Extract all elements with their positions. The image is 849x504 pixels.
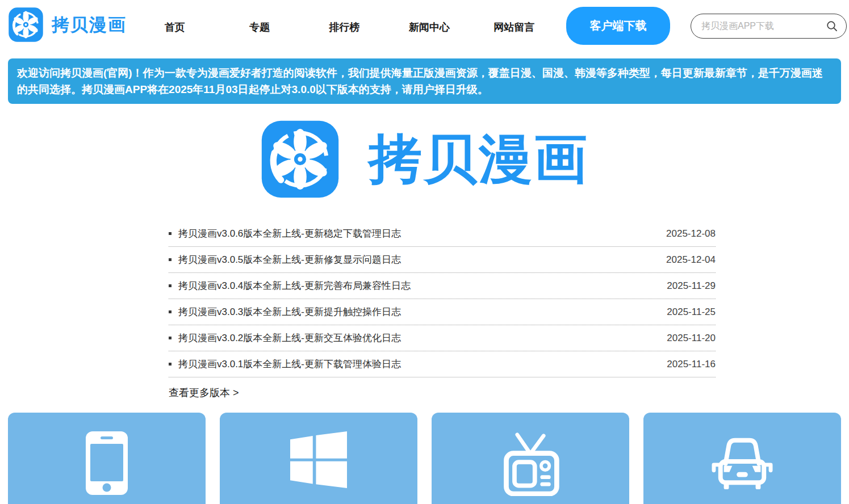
more-versions-link[interactable]: 查看更多版本 > — [169, 386, 239, 400]
update-title: 拷贝漫画v3.0.1版本全新上线-更新下载管理体验日志 — [178, 358, 401, 371]
smartphone-icon — [86, 431, 128, 495]
update-item[interactable]: 拷贝漫画v3.0.2版本全新上线-更新交互体验优化日志 2025-11-20 — [169, 325, 716, 351]
main-nav: 首页 专题 排行榜 新闻中心 网站留言 — [132, 0, 557, 54]
update-item[interactable]: 拷贝漫画v3.0.1版本全新上线-更新下载管理体验日志 2025-11-16 — [169, 351, 716, 377]
bullet-icon — [169, 232, 172, 235]
update-date: 2025-11-25 — [667, 306, 716, 318]
nav-item-news[interactable]: 新闻中心 — [387, 0, 471, 54]
update-date: 2025-11-16 — [667, 359, 716, 370]
header: 拷贝漫画 首页 专题 排行榜 新闻中心 网站留言 客户端下载 — [0, 0, 849, 54]
platform-card-car[interactable] — [643, 413, 841, 504]
atom-logo-icon-large — [260, 119, 340, 199]
atom-logo-icon — [8, 7, 44, 43]
windows-icon — [290, 431, 347, 488]
platform-card-windows[interactable] — [220, 413, 417, 504]
update-date: 2025-11-29 — [667, 280, 716, 292]
platform-cards — [8, 413, 841, 504]
update-title: 拷贝漫画v3.0.3版本全新上线-更新提升触控操作日志 — [178, 305, 401, 318]
search-box — [691, 14, 847, 39]
update-title: 拷贝漫画v3.0.5版本全新上线-更新修复显示问题日志 — [178, 253, 401, 266]
brand-title: 拷贝漫画 — [52, 13, 127, 37]
update-item[interactable]: 拷贝漫画v3.0.4版本全新上线-更新完善布局兼容性日志 2025-11-29 — [169, 273, 716, 299]
bullet-icon — [169, 284, 172, 287]
nav-item-home[interactable]: 首页 — [132, 0, 217, 54]
bullet-icon — [169, 310, 172, 313]
client-download-button[interactable]: 客户端下载 — [566, 7, 670, 45]
brand-logo[interactable]: 拷贝漫画 — [8, 7, 127, 43]
update-title: 拷贝漫画v3.0.4版本全新上线-更新完善布局兼容性日志 — [178, 279, 411, 292]
nav-item-feedback[interactable]: 网站留言 — [472, 0, 557, 54]
update-item[interactable]: 拷贝漫画v3.0.5版本全新上线-更新修复显示问题日志 2025-12-04 — [169, 247, 716, 273]
platform-card-mobile[interactable] — [8, 413, 206, 504]
notice-banner: 欢迎访问拷贝漫画(官网)！作为一款专为漫画爱好者打造的阅读软件，我们提供海量正版… — [8, 58, 841, 104]
update-title: 拷贝漫画v3.0.2版本全新上线-更新交互体验优化日志 — [178, 331, 401, 345]
update-item[interactable]: 拷贝漫画v3.0.3版本全新上线-更新提升触控操作日志 2025-11-25 — [169, 299, 716, 325]
bullet-icon — [169, 363, 172, 366]
nav-item-ranking[interactable]: 排行榜 — [302, 0, 387, 54]
update-title: 拷贝漫画v3.0.6版本全新上线-更新稳定下载管理日志 — [178, 227, 401, 240]
nav-item-topics[interactable]: 专题 — [217, 0, 302, 54]
hero-section: 拷贝漫画 — [0, 116, 849, 201]
platform-card-tv[interactable] — [432, 413, 629, 504]
search-icon[interactable] — [825, 19, 839, 33]
update-date: 2025-11-20 — [667, 333, 716, 344]
hero-title: 拷贝漫画 — [369, 123, 589, 195]
car-icon — [709, 431, 776, 492]
update-list: 拷贝漫画v3.0.6版本全新上线-更新稳定下载管理日志 2025-12-08 拷… — [169, 221, 716, 377]
bullet-icon — [169, 337, 172, 339]
update-date: 2025-12-04 — [666, 254, 716, 266]
bullet-icon — [169, 258, 172, 261]
update-item[interactable]: 拷贝漫画v3.0.6版本全新上线-更新稳定下载管理日志 2025-12-08 — [169, 221, 716, 247]
tv-icon — [497, 431, 563, 496]
search-input[interactable] — [691, 14, 847, 39]
update-date: 2025-12-08 — [666, 228, 716, 240]
